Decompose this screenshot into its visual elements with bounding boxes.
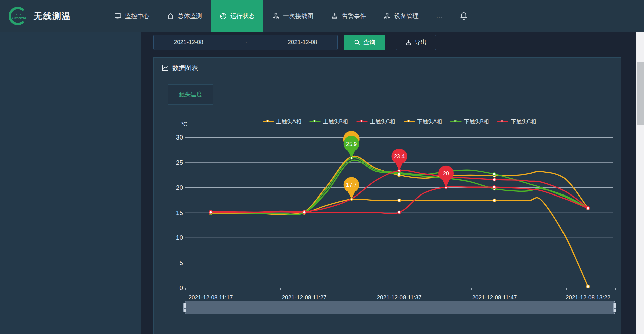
data-point-dot	[493, 199, 496, 202]
data-point-dot	[493, 173, 496, 176]
nav-item-label: 总体监测	[178, 12, 202, 20]
svg-text:2021-12-08 11:17: 2021-12-08 11:17	[189, 294, 233, 301]
data-point-dot	[587, 285, 590, 288]
data-point-dot	[493, 178, 496, 181]
max-value-pin: 20	[438, 166, 454, 189]
data-point-dot	[398, 199, 401, 202]
svg-text:0: 0	[179, 284, 183, 291]
nav-menu: 监控中心总体监测运行状态一次接线图告警事件设备管理	[105, 0, 427, 32]
svg-text:2021-12-08 11:37: 2021-12-08 11:37	[377, 294, 422, 301]
data-point-dot	[303, 211, 306, 214]
svg-text:15: 15	[176, 209, 183, 216]
svg-text:20: 20	[443, 171, 449, 176]
svg-text:17.7: 17.7	[346, 182, 357, 188]
company-logo-icon: # U # 1 HNANYUE	[9, 7, 28, 25]
nav-item-label: 监控中心	[125, 12, 149, 20]
svg-text:30: 30	[176, 134, 183, 141]
data-point-dot	[587, 207, 590, 210]
gauge-icon	[219, 12, 227, 20]
zoom-slider-left-handle[interactable]	[183, 303, 186, 312]
max-value-pin: 17.7	[344, 177, 359, 201]
logo-text: HNANYUE	[12, 16, 28, 20]
chart-zoom-slider[interactable]	[185, 301, 615, 314]
svg-text:2021-12-08 11:27: 2021-12-08 11:27	[282, 294, 327, 301]
device-tree-icon	[383, 12, 391, 20]
max-value-pin: 23.4	[392, 149, 407, 172]
svg-text:20: 20	[176, 184, 183, 191]
legend-item[interactable]: 下触头C相	[497, 118, 536, 125]
nav-item-label: 告警事件	[342, 12, 366, 20]
svg-text:# U # 1: # U # 1	[16, 13, 22, 15]
legend-label: 下触头A相	[417, 118, 442, 125]
data-point-dot	[209, 211, 212, 214]
data-point-dot	[398, 211, 401, 214]
svg-text:23.4: 23.4	[394, 154, 405, 159]
data-point-dot	[493, 186, 496, 189]
wiring-diagram-icon	[272, 12, 280, 20]
nav-more-button[interactable]: …	[427, 12, 452, 20]
app-title: 无线测温	[34, 10, 71, 22]
svg-text:5: 5	[179, 259, 183, 266]
brand: # U # 1 HNANYUE 无线测温	[9, 7, 71, 25]
nav-item-label: 设备管理	[394, 12, 419, 20]
data-point-dot	[398, 172, 401, 175]
legend-label: 下触头B相	[464, 118, 489, 125]
legend-marker-icon	[309, 120, 321, 124]
svg-text:2021-12-08 11:47: 2021-12-08 11:47	[472, 294, 517, 301]
legend-item[interactable]: 上触头C相	[356, 118, 395, 125]
legend-label: 上触头A相	[276, 118, 302, 125]
legend-item[interactable]: 上触头B相	[309, 118, 348, 125]
legend-item[interactable]: 下触头A相	[404, 118, 442, 125]
nav-item-label: 运行状态	[230, 12, 255, 20]
legend-marker-icon	[497, 120, 508, 124]
home-icon	[167, 12, 174, 20]
nav-item-home[interactable]: 总体监测	[158, 0, 211, 32]
navbar: # U # 1 HNANYUE 无线测温 监控中心总体监测运行状态一次接线图告警…	[0, 0, 644, 32]
legend-marker-icon	[450, 120, 462, 124]
svg-text:10: 10	[176, 234, 183, 241]
nav-item-gauge[interactable]: 运行状态	[211, 0, 263, 32]
bell-icon	[460, 12, 468, 20]
legend-item[interactable]: 上触头A相	[263, 118, 302, 125]
monitor-icon	[114, 12, 122, 20]
nav-item-device-tree[interactable]: 设备管理	[375, 0, 427, 32]
svg-text:25.9: 25.9	[346, 141, 357, 147]
svg-text:25: 25	[176, 159, 183, 166]
nav-item-monitor[interactable]: 监控中心	[105, 0, 158, 32]
legend-item[interactable]: 下触头B相	[450, 118, 489, 125]
temperature-chart-canvas[interactable]: 0510152025302021-12-08 11:172021-12-08 1…	[0, 0, 644, 334]
legend-marker-icon	[356, 120, 368, 124]
legend-label: 上触头B相	[323, 118, 348, 125]
zoom-slider-right-handle[interactable]	[613, 303, 616, 312]
legend-marker-icon	[263, 120, 274, 124]
legend-label: 下触头C相	[511, 118, 536, 125]
nav-item-label: 一次接线图	[283, 12, 313, 20]
alarm-icon	[331, 12, 338, 20]
legend-label: 上触头C相	[370, 118, 395, 125]
svg-text:2021-12-08 13:22: 2021-12-08 13:22	[566, 294, 610, 301]
nav-item-wiring-diagram[interactable]: 一次接线图	[263, 0, 322, 32]
max-value-pin: 25.9	[344, 136, 359, 160]
nav-item-alarm[interactable]: 告警事件	[322, 0, 375, 32]
notification-bell-button[interactable]	[452, 12, 475, 20]
legend-marker-icon	[404, 120, 415, 124]
chart-legend: 上触头A相上触头B相上触头C相下触头A相下触头B相下触头C相	[185, 117, 613, 126]
